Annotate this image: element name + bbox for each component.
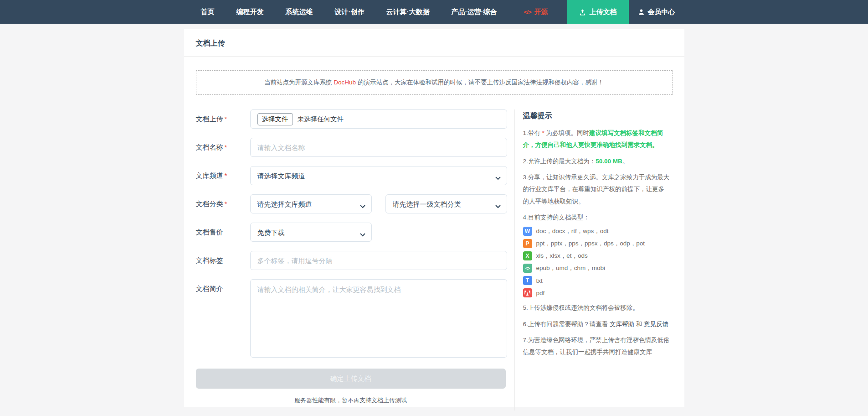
filetype-exts: pdf (536, 290, 545, 296)
nav-item-design[interactable]: 设计·创作 (335, 8, 365, 16)
file-input[interactable]: 选择文件 未选择任何文件 (250, 109, 507, 129)
price-select[interactable]: 免费下载 (250, 223, 372, 242)
filetype-row-pdf: pdf (523, 288, 670, 297)
name-label: 文档名称 (196, 143, 223, 151)
help-link[interactable]: 文库帮助 (610, 321, 634, 328)
word-file-icon: W (523, 227, 532, 236)
tags-label: 文档标签 (196, 256, 223, 264)
channel-label: 文库频道 (196, 172, 223, 179)
tip-6: 6.上传有问题需要帮助？请查看 文库帮助 和 意见反馈 (523, 318, 670, 330)
form-row-name: 文档名称* (196, 138, 514, 157)
upload-icon (579, 9, 586, 16)
choose-file-button[interactable]: 选择文件 (257, 113, 293, 125)
nav-item-dev[interactable]: 编程开发 (236, 8, 264, 16)
tips-title: 温馨提示 (523, 111, 670, 121)
form-row-channel: 文库频道* 请选择文库频道 (196, 166, 514, 185)
member-center-button[interactable]: 会员中心 (629, 0, 684, 24)
txt-file-icon: T (523, 276, 532, 285)
pdf-file-icon (523, 288, 532, 297)
feedback-link[interactable]: 意见反馈 (644, 321, 668, 328)
nav-item-home[interactable]: 首页 (201, 8, 215, 16)
ppt-file-icon: P (523, 239, 532, 248)
category-level2-select[interactable]: 请先选择一级文档分类 (385, 194, 507, 213)
filetype-row-txt: T txt (523, 276, 670, 285)
tip-4: 4.目前支持的文档类型： (523, 212, 670, 224)
card-header: 文档上传 (184, 29, 684, 57)
tips-sidebar: 温馨提示 1.带有 * 为必填项。同时建议填写文档标签和文档简介，方便自己和他人… (514, 109, 684, 411)
form-row-category: 文档分类* 请先选择文库频道 请先选择一级文档分类 (196, 194, 514, 213)
category-level1-select[interactable]: 请先选择文库频道 (250, 194, 372, 213)
file-empty-text: 未选择任何文件 (298, 115, 344, 124)
intro-label: 文档简介 (196, 285, 223, 292)
filetype-exts: doc，docx，rtf，wps，odt (536, 227, 609, 235)
filetype-exts: epub，umd，chm，mobi (536, 264, 606, 272)
ebook-file-icon: <> (523, 264, 532, 273)
form-row-price: 文档售价 免费下载 (196, 223, 514, 242)
submit-upload-button[interactable]: 确定上传文档 (196, 369, 506, 389)
brand-link[interactable]: DocHub (334, 79, 356, 86)
channel-select[interactable]: 请选择文库频道 (250, 166, 507, 185)
notice-text-pre: 当前站点为开源文库系统 (264, 79, 334, 86)
filetype-row-word: W doc，docx，rtf，wps，odt (523, 227, 670, 236)
filetype-exts: txt (536, 277, 543, 284)
required-asterisk: * (225, 172, 227, 179)
upload-label: 上传文档 (590, 8, 617, 16)
upload-doc-button[interactable]: 上传文档 (567, 0, 629, 24)
tip-3: 3.分享，让知识传承更久远。文库之家致力于成为最大的行业文库平台，在尊重知识产权… (523, 172, 670, 208)
filetype-row-excel: X xls，xlsx，et，ods (523, 251, 670, 260)
code-icon: </> (524, 9, 531, 16)
file-label: 文档上传 (196, 115, 223, 123)
nav-item-cloud[interactable]: 云计算·大数据 (386, 8, 430, 16)
top-navbar: 首页 编程开发 系统运维 设计·创作 云计算·大数据 产品·运营·综合 </> … (0, 0, 868, 24)
nav-item-product[interactable]: 产品·运营·综合 (452, 8, 497, 16)
tip-1: 1.带有 * 为必填项。同时建议填写文档标签和文档简介，方便自己和他人更快更准确… (523, 127, 670, 151)
form-row-file: 文档上传* 选择文件 未选择任何文件 (196, 109, 514, 129)
filetype-row-ppt: P ppt，pptx，pps，ppsx，dps，odp，pot (523, 239, 670, 248)
filetype-exts: ppt，pptx，pps，ppsx，dps，odp，pot (536, 239, 645, 248)
form-row-intro: 文档简介 (196, 279, 514, 358)
demo-notice: 当前站点为开源文库系统 DocHub 的演示站点，大家在体验和试用的时候，请不要… (196, 70, 673, 95)
doc-name-input[interactable] (250, 138, 507, 157)
excel-file-icon: X (523, 251, 532, 260)
user-icon (638, 9, 645, 16)
price-label: 文档售价 (196, 228, 223, 236)
member-label: 会员中心 (648, 8, 675, 16)
category-label: 文档分类 (196, 200, 223, 208)
tip-2: 2.允许上传的最大文档为：50.00 MB。 (523, 156, 670, 167)
nav-links: 首页 编程开发 系统运维 设计·创作 云计算·大数据 产品·运营·综合 (184, 0, 497, 24)
nav-item-ops[interactable]: 系统运维 (286, 8, 313, 16)
nav-item-opensource[interactable]: </> 开源 (524, 0, 548, 24)
required-asterisk: * (225, 143, 227, 151)
notice-text-post: 的演示站点，大家在体验和试用的时候，请不要上传违反国家法律法规和侵权内容，感谢！ (356, 79, 604, 86)
required-asterisk: * (225, 200, 227, 208)
filetype-row-ebook: <> epub，umd，chm，mobi (523, 264, 670, 273)
upload-card: 文档上传 当前站点为开源文库系统 DocHub 的演示站点，大家在体验和试用的时… (184, 29, 684, 407)
form-row-tags: 文档标签 (196, 251, 514, 270)
opensource-label: 开源 (534, 8, 548, 16)
filetype-exts: xls，xlsx，et，ods (536, 252, 588, 260)
submit-note: 服务器性能有限，暂不再支持文档上传测试 (196, 396, 506, 405)
required-asterisk: * (225, 115, 227, 123)
max-size-value: 50.00 MB (596, 158, 622, 165)
intro-textarea[interactable] (250, 279, 507, 358)
tags-input[interactable] (250, 251, 507, 270)
tip-5: 5.上传涉嫌侵权或违法的文档将会被移除。 (523, 302, 670, 314)
tip-7: 7.为营造绿色网络环境，严禁上传含有淫秽色情及低俗信息等文档，让我们一起携手共同… (523, 334, 670, 359)
page-title: 文档上传 (196, 39, 673, 48)
upload-form: 文档上传* 选择文件 未选择任何文件 文档名称* 文库频道* 请选择文库频道 (184, 109, 514, 411)
